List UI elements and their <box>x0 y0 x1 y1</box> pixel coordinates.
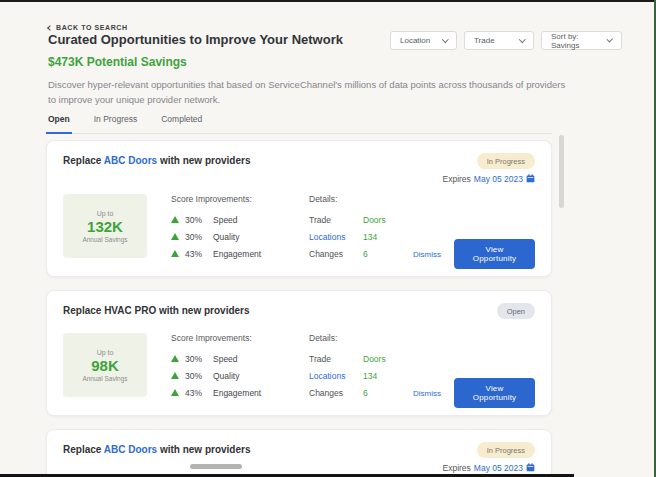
chevron-down-icon <box>519 36 525 42</box>
card-title: Replace HVAC PRO with new providers <box>63 303 250 316</box>
locations-link[interactable]: Locations <box>309 371 363 381</box>
provider-link[interactable]: ABC Doors <box>104 444 157 455</box>
dismiss-button[interactable]: Dismiss <box>413 389 441 398</box>
card-title-suffix: with new providers <box>157 444 250 455</box>
expires-label: Expires <box>443 174 471 184</box>
score-metric: Speed <box>213 354 238 364</box>
chevron-down-icon <box>607 36 613 42</box>
detail-row: Trade Doors <box>309 211 413 228</box>
triangle-up-icon <box>171 233 179 240</box>
provider-link[interactable]: ABC Doors <box>104 155 157 166</box>
status-badge: In Progress <box>477 442 535 458</box>
score-delta: 43% <box>185 249 213 259</box>
card-title-prefix: Replace <box>63 155 104 166</box>
trade-filter-dropdown[interactable]: Trade <box>464 31 534 50</box>
card-title-suffix: with new providers <box>157 155 250 166</box>
filter-bar: Location Trade Sort by: Savings <box>390 31 622 50</box>
triangle-up-icon <box>171 372 179 379</box>
sort-by-label: Sort by: Savings <box>551 32 602 50</box>
triangle-up-icon <box>171 389 179 396</box>
opportunity-card: Replace ABC Doors with new providers In … <box>46 429 552 477</box>
score-delta: 30% <box>185 232 213 242</box>
expires-date: May 05 2023 <box>474 463 523 473</box>
score-metric: Speed <box>213 215 238 225</box>
card-title-prefix: Replace <box>63 444 104 455</box>
score-improvements-header: Score Improvements: <box>171 194 299 204</box>
expires-label: Expires <box>443 463 471 473</box>
score-row: 43% Engagement <box>171 384 299 401</box>
card-title-suffix: with new providers <box>156 305 249 316</box>
score-delta: 30% <box>185 354 213 364</box>
score-delta: 30% <box>185 371 213 381</box>
savings-caption: Annual Savings <box>82 375 127 382</box>
score-row: 30% Speed <box>171 211 299 228</box>
opportunity-card-list: Replace ABC Doors with new providers In … <box>46 140 552 477</box>
detail-row: Locations 134 <box>309 228 413 245</box>
triangle-up-icon <box>171 250 179 257</box>
trade-filter-label: Trade <box>474 36 495 45</box>
expires-date: May 05 2023 <box>474 174 523 184</box>
view-opportunity-button[interactable]: View Opportunity <box>454 239 535 269</box>
score-row: 30% Quality <box>171 367 299 384</box>
detail-value: 134 <box>363 232 377 242</box>
status-badge: In Progress <box>477 153 535 169</box>
back-to-search-label: BACK TO SEARCH <box>56 24 128 31</box>
score-metric: Quality <box>213 232 239 242</box>
window-top-edge <box>0 0 656 2</box>
tab-open[interactable]: Open <box>46 110 72 134</box>
detail-row: Changes 6 <box>309 245 413 262</box>
card-actions: Dismiss View Opportunity <box>413 378 535 408</box>
detail-label: Changes <box>309 249 363 259</box>
score-row: 43% Engagement <box>171 245 299 262</box>
details-header: Details: <box>309 333 413 343</box>
triangle-up-icon <box>171 216 179 223</box>
expires-row: ExpiresMay 05 2023 <box>63 174 535 186</box>
provider-name: HVAC PRO <box>104 305 156 316</box>
potential-savings-headline: $473K Potential Savings <box>48 55 187 69</box>
card-title: Replace ABC Doors with new providers <box>63 442 250 455</box>
dismiss-button[interactable]: Dismiss <box>413 250 441 259</box>
location-filter-dropdown[interactable]: Location <box>390 31 457 50</box>
locations-link[interactable]: Locations <box>309 232 363 242</box>
triangle-up-icon <box>171 355 179 362</box>
score-delta: 43% <box>185 388 213 398</box>
details-header: Details: <box>309 194 413 204</box>
view-opportunity-button[interactable]: View Opportunity <box>454 378 535 408</box>
detail-row: Locations 134 <box>309 367 413 384</box>
page-title: Curated Opportunities to Improve Your Ne… <box>48 32 343 47</box>
status-tabs: Open In Progress Completed <box>46 110 552 134</box>
score-row: 30% Quality <box>171 228 299 245</box>
score-metric: Engagement <box>213 249 261 259</box>
card-title-prefix: Replace <box>63 305 104 316</box>
back-to-search-link[interactable]: BACK TO SEARCH <box>48 24 128 31</box>
vertical-scrollbar-thumb[interactable] <box>559 135 564 208</box>
score-metric: Engagement <box>213 388 261 398</box>
card-actions: Dismiss View Opportunity <box>413 239 535 269</box>
savings-caption: Annual Savings <box>82 236 127 243</box>
details-block: Details: Trade Doors Locations 134 Chang… <box>309 333 413 401</box>
page-description: Discover hyper-relevant opportunities th… <box>48 77 568 107</box>
location-filter-label: Location <box>400 36 430 45</box>
detail-value: Doors <box>363 215 386 225</box>
sort-by-dropdown[interactable]: Sort by: Savings <box>541 31 622 50</box>
status-badge: Open <box>497 303 535 319</box>
detail-value: 6 <box>363 249 368 259</box>
detail-label: Changes <box>309 388 363 398</box>
tab-completed[interactable]: Completed <box>159 110 204 133</box>
annual-savings-box: Up to 98K Annual Savings <box>63 333 147 397</box>
detail-row: Changes 6 <box>309 384 413 401</box>
score-improvements-block: Score Improvements: 30% Speed 30% Qualit… <box>171 333 299 401</box>
opportunity-card: Replace HVAC PRO with new providers Open… <box>46 290 552 416</box>
calendar-icon <box>526 174 535 185</box>
detail-value: 134 <box>363 371 377 381</box>
savings-up-to: Up to <box>97 210 114 217</box>
tab-in-progress[interactable]: In Progress <box>92 110 139 133</box>
chevron-down-icon <box>442 36 448 42</box>
horizontal-scrollbar-thumb[interactable] <box>190 464 242 469</box>
card-title: Replace ABC Doors with new providers <box>63 153 250 166</box>
detail-row: Trade Doors <box>309 350 413 367</box>
savings-up-to: Up to <box>97 349 114 356</box>
savings-amount: 98K <box>91 357 119 374</box>
score-metric: Quality <box>213 371 239 381</box>
opportunity-card: Replace ABC Doors with new providers In … <box>46 140 552 277</box>
